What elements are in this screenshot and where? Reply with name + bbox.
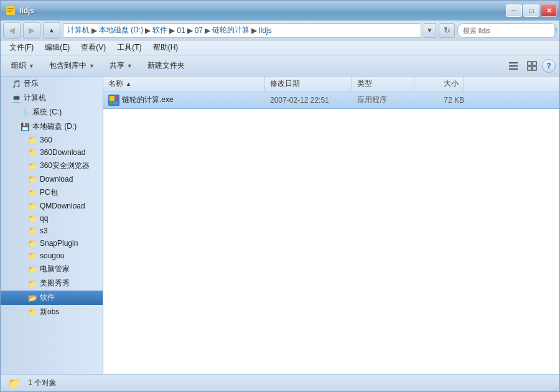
svg-rect-2 — [7, 11, 12, 12]
window-title: lldjs — [19, 6, 506, 15]
col-header-name[interactable]: 名称 ▲ — [103, 77, 265, 91]
organize-button[interactable]: 组织 ▼ — [4, 57, 41, 75]
svg-rect-9 — [115, 96, 118, 99]
sort-arrow-icon: ▲ — [126, 81, 131, 87]
menu-view[interactable]: 查看(V) — [76, 41, 111, 54]
new-folder-button[interactable]: 新建文件夹 — [141, 57, 192, 75]
folder-icon: 📁 — [28, 279, 37, 288]
path-crumb-01[interactable]: 01 — [175, 26, 186, 35]
sidebar-music-label: 音乐 — [24, 78, 39, 89]
search-box: 🔍 — [457, 23, 557, 38]
maximize-button[interactable]: □ — [523, 4, 539, 17]
sidebar-item-c-drive[interactable]: 💿 系统 (C:) — [1, 105, 103, 119]
sidebar-folder-pcbag[interactable]: 📁 PC包 — [1, 185, 103, 200]
sidebar-folder-s3[interactable]: 📁 s3 — [1, 225, 103, 237]
content-area: 名称 ▲ 修改日期 类型 大小 — [103, 77, 559, 374]
status-folder-icon: 📁 — [8, 377, 21, 390]
forward-button[interactable]: ▶ — [23, 22, 40, 39]
close-button[interactable]: ✕ — [541, 4, 557, 17]
folder-icon: 📁 — [28, 202, 37, 210]
search-input[interactable] — [458, 24, 554, 37]
folder-open-icon: 📂 — [28, 294, 37, 302]
sidebar-folder-software[interactable]: 📂 软件 — [1, 291, 103, 305]
menu-help[interactable]: 帮助(H) — [148, 41, 184, 54]
folder-icon: 📁 — [28, 251, 37, 260]
path-crumb-07[interactable]: 07 — [194, 26, 204, 35]
svg-rect-3 — [528, 62, 531, 65]
file-type-cell: 应用程序 — [355, 95, 417, 105]
organize-label: 组织 — [11, 60, 26, 71]
folder-icon: 📁 — [28, 214, 37, 223]
sidebar-folder-360browser[interactable]: 📁 360安全浏览器 — [1, 159, 103, 173]
folder-icon: 📁 — [28, 226, 37, 235]
back-button[interactable]: ◀ — [3, 22, 21, 39]
col-header-date[interactable]: 修改日期 — [265, 77, 352, 91]
sidebar-folder-360[interactable]: 📁 360 — [1, 134, 103, 146]
path-crumb-computer[interactable]: 计算机 — [66, 25, 91, 35]
sidebar-computer-label: 计算机 — [24, 93, 46, 103]
sidebar-folder-qmdownload-label: QMDownload — [40, 202, 85, 210]
view-options-button[interactable] — [505, 57, 522, 75]
sidebar-folder-360download[interactable]: 📁 360Download — [1, 146, 103, 159]
sidebar-folder-download[interactable]: 📁 Download — [1, 173, 103, 185]
computer-icon: 💻 — [12, 94, 21, 103]
music-icon: 🎵 — [12, 80, 21, 88]
sidebar-folder-sougou[interactable]: 📁 sougou — [1, 250, 103, 262]
include-dropdown-icon: ▼ — [89, 63, 95, 69]
menu-tools[interactable]: 工具(T) — [112, 41, 146, 54]
sidebar-folder-pcmanager[interactable]: 📁 电脑管家 — [1, 262, 103, 276]
search-icon-button[interactable]: 🔍 — [554, 24, 557, 37]
sidebar-folder-meitu-label: 美图秀秀 — [40, 278, 70, 289]
table-row[interactable]: 链轮的计算.exe 2007-02-12 22:51 应用程序 72 KB — [103, 91, 559, 109]
sidebar-folder-qq[interactable]: 📁 qq — [1, 212, 103, 225]
menu-edit[interactable]: 编辑(E) — [40, 41, 75, 54]
path-crumb-chain[interactable]: 链轮的计算 — [211, 25, 251, 35]
sidebar-folder-meitu[interactable]: 📁 美图秀秀 — [1, 276, 103, 291]
sidebar-folder-pcmanager-label: 电脑管家 — [40, 264, 70, 274]
sidebar-folder-newobs[interactable]: 📁 新obs — [1, 305, 103, 319]
sidebar-folder-snapplugin[interactable]: 📁 SnapPlugin — [1, 237, 103, 250]
path-crumb-lldjs[interactable]: lldjs — [258, 26, 273, 35]
main-area: 🎵 音乐 💻 计算机 💿 系统 (C:) 💾 本地磁盘 (D:) — [1, 77, 559, 374]
path-dropdown-arrow[interactable]: ▼ — [424, 23, 436, 38]
svg-rect-11 — [113, 101, 118, 105]
sidebar-item-music[interactable]: 🎵 音乐 — [1, 77, 103, 91]
layout-toggle-button[interactable] — [523, 57, 541, 75]
path-crumb-software[interactable]: 软件 — [151, 25, 169, 35]
sidebar-item-d-drive[interactable]: 💾 本地磁盘 (D:) — [1, 119, 103, 134]
folder-icon: 📁 — [28, 308, 37, 317]
share-button[interactable]: 共享 ▼ — [103, 57, 139, 75]
sidebar-folder-qq-label: qq — [40, 214, 48, 223]
svg-rect-8 — [110, 96, 114, 101]
sidebar-tree: 🎵 音乐 💻 计算机 💿 系统 (C:) 💾 本地磁盘 (D:) — [1, 77, 103, 374]
status-bar: 📁 1 个对象 — [1, 374, 559, 391]
sidebar-folder-snapplugin-label: SnapPlugin — [40, 239, 78, 248]
refresh-button[interactable]: ↻ — [439, 23, 455, 38]
path-crumb-d[interactable]: 本地磁盘 (D:) — [98, 25, 144, 35]
col-header-size[interactable]: 大小 — [414, 77, 464, 91]
help-button[interactable]: ? — [542, 59, 556, 73]
file-date-cell: 2007-02-12 22:51 — [268, 96, 355, 105]
svg-rect-5 — [528, 67, 531, 70]
col-header-type[interactable]: 类型 — [352, 77, 414, 91]
window: lldjs ─ □ ✕ ◀ ▶ ▲ 计算机 ▶ 本地磁盘 (D:) ▶ 软件 ▶… — [0, 0, 560, 392]
up-button[interactable]: ▲ — [43, 22, 60, 39]
menu-file[interactable]: 文件(F) — [4, 41, 39, 54]
folder-icon: 📁 — [28, 136, 37, 144]
include-library-button[interactable]: 包含到库中 ▼ — [42, 57, 101, 75]
sidebar-folder-s3-label: s3 — [40, 226, 48, 235]
c-drive-icon: 💿 — [21, 108, 30, 117]
folder-icon: 📁 — [28, 175, 37, 184]
title-bar: lldjs ─ □ ✕ — [1, 1, 559, 21]
sidebar-folder-newobs-label: 新obs — [40, 307, 59, 317]
status-text: 1 个对象 — [28, 378, 57, 388]
sidebar-item-computer[interactable]: 💻 计算机 — [1, 91, 103, 105]
svg-rect-1 — [7, 8, 14, 9]
minimize-button[interactable]: ─ — [506, 4, 522, 17]
folder-icon: 📁 — [28, 239, 37, 248]
sidebar-folder-download-label: Download — [40, 175, 73, 184]
address-bar-area: ◀ ▶ ▲ 计算机 ▶ 本地磁盘 (D:) ▶ 软件 ▶ 01 ▶ 07 ▶ 链… — [1, 21, 559, 40]
sidebar-folder-pcbag-label: PC包 — [40, 187, 58, 198]
sidebar-folder-qmdownload[interactable]: 📁 QMDownload — [1, 200, 103, 212]
sidebar-folder-360download-label: 360Download — [40, 148, 85, 157]
